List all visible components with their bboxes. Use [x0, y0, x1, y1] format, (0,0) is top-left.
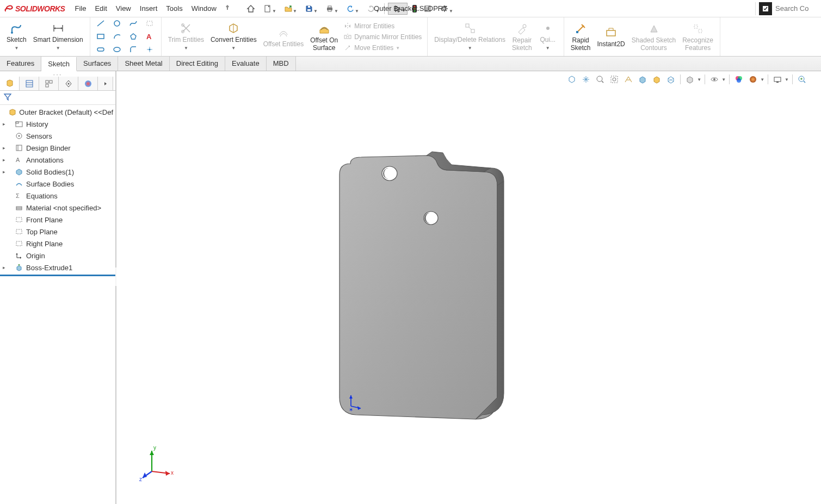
- edit-appearance-icon[interactable]: [684, 73, 696, 85]
- tab-evaluate[interactable]: Evaluate: [225, 57, 267, 71]
- tree-sensors[interactable]: Sensors: [0, 130, 115, 142]
- panel-grip[interactable]: [0, 71, 115, 77]
- apply-scene-icon[interactable]: [708, 73, 720, 85]
- plane-entity-icon[interactable]: [143, 18, 157, 29]
- tree-boss-extrude[interactable]: ▸Boss-Extrude1: [0, 262, 115, 273]
- search-input[interactable]: [772, 2, 821, 15]
- offset-entities-button[interactable]: Offset Entities: [260, 25, 307, 49]
- repair-sketch-button[interactable]: RepairSketch: [509, 21, 535, 53]
- tree-annotations[interactable]: ▸AAnnotations: [0, 154, 115, 166]
- rapid-sketch-button[interactable]: RapidSketch: [567, 21, 594, 53]
- undo-icon[interactable]: ▼: [341, 3, 360, 15]
- tree-rollback-bar[interactable]: [0, 275, 115, 276]
- tree-history[interactable]: ▸History: [0, 118, 115, 130]
- view-orientation-icon[interactable]: [637, 73, 649, 85]
- tab-mbd[interactable]: MBD: [267, 57, 296, 71]
- command-search-icon[interactable]: [759, 2, 772, 15]
- svg-rect-44: [46, 80, 48, 83]
- mirror-entities-button[interactable]: Mirror Entities: [341, 21, 424, 32]
- spline-icon[interactable]: [126, 18, 140, 29]
- tree-right-plane[interactable]: Right Plane: [0, 238, 115, 250]
- menu-view[interactable]: View: [112, 2, 135, 15]
- new-icon[interactable]: ▼: [258, 3, 277, 15]
- zoom-to-fit-icon[interactable]: [566, 73, 578, 85]
- tab-sketch[interactable]: Sketch: [41, 57, 77, 71]
- view-triad[interactable]: y x z: [138, 444, 176, 482]
- graphics-area[interactable]: ▼ ▼ ▼ ▼: [116, 71, 821, 504]
- circle-icon[interactable]: [110, 18, 124, 29]
- svg-point-47: [67, 83, 69, 84]
- dynamic-mirror-button[interactable]: Dynamic Mirror Entities: [341, 32, 424, 42]
- arc-icon[interactable]: [110, 31, 124, 42]
- tree-root[interactable]: Outer Bracket (Default) <<Def: [0, 106, 115, 118]
- menu-insert[interactable]: Insert: [135, 2, 162, 15]
- tab-sheet-metal[interactable]: Sheet Metal: [118, 57, 169, 71]
- appearance-sphere-icon[interactable]: [747, 73, 759, 85]
- fm-tab-display-icon[interactable]: [78, 77, 98, 90]
- solid-body-icon: [14, 167, 24, 177]
- tree-surface-bodies[interactable]: Surface Bodies: [0, 178, 115, 190]
- tab-features[interactable]: Features: [0, 57, 41, 71]
- tree-design-binder[interactable]: ▸Design Binder: [0, 142, 115, 154]
- instant2d-button[interactable]: Instant2D: [594, 25, 628, 49]
- svg-line-17: [97, 21, 104, 26]
- filter-icon[interactable]: [3, 92, 12, 103]
- svg-rect-50: [16, 122, 18, 123]
- sketch-button[interactable]: Sketch▼: [3, 21, 30, 53]
- display-style-icon[interactable]: [651, 73, 663, 85]
- move-entities-button[interactable]: Move Entities▼: [341, 42, 424, 53]
- menu-window[interactable]: Window: [187, 2, 221, 15]
- fm-tab-dimxpert-icon[interactable]: [59, 77, 78, 90]
- convert-entities-button[interactable]: Convert Entities▼: [207, 21, 260, 53]
- fm-tab-tree-icon[interactable]: [0, 77, 20, 90]
- svg-rect-32: [466, 24, 469, 27]
- quick-snaps-button[interactable]: Qui...▼: [535, 21, 560, 53]
- tree-front-plane[interactable]: Front Plane: [0, 214, 115, 226]
- offset-on-surface-button[interactable]: Offset On Surface: [307, 21, 341, 53]
- smart-dimension-button[interactable]: Smart Dimension▼: [30, 21, 87, 53]
- menu-edit[interactable]: Edit: [90, 2, 111, 15]
- svg-rect-40: [699, 29, 702, 33]
- 3d-views-icon[interactable]: [796, 73, 808, 85]
- display-delete-relations-button[interactable]: Display/Delete Relations▼: [431, 21, 509, 53]
- shaded-sketch-contours-button[interactable]: Shaded SketchContours: [628, 21, 679, 53]
- ellipse-icon[interactable]: [110, 44, 124, 55]
- tree-top-plane[interactable]: Top Plane: [0, 226, 115, 238]
- dynamic-annotations-icon[interactable]: [622, 73, 634, 85]
- appearance-rgb-icon[interactable]: [733, 73, 745, 85]
- pin-icon[interactable]: [221, 4, 234, 13]
- fm-tab-config-icon[interactable]: [39, 77, 59, 90]
- print-icon[interactable]: ▼: [320, 3, 339, 15]
- svg-point-24: [114, 47, 120, 52]
- tree-origin[interactable]: Origin: [0, 250, 115, 262]
- trim-entities-button[interactable]: Trim Entities▼: [165, 21, 207, 53]
- line-icon[interactable]: [94, 18, 108, 29]
- view-settings-icon[interactable]: [771, 73, 783, 85]
- fillet-icon[interactable]: [126, 44, 140, 55]
- svg-rect-5: [328, 10, 331, 11]
- point-icon[interactable]: [143, 44, 157, 55]
- open-icon[interactable]: ▼: [279, 3, 298, 15]
- home-icon[interactable]: [245, 3, 257, 15]
- fm-tab-more-icon[interactable]: [98, 77, 113, 90]
- svg-point-79: [424, 211, 438, 225]
- menu-file[interactable]: File: [70, 2, 90, 15]
- menu-tools[interactable]: Tools: [162, 2, 187, 15]
- slot-icon[interactable]: [94, 44, 108, 55]
- tree-material[interactable]: Material <not specified>: [0, 202, 115, 214]
- rectangle-icon[interactable]: [94, 31, 108, 42]
- text-icon[interactable]: A: [143, 31, 157, 42]
- zoom-to-area-icon[interactable]: [580, 73, 592, 85]
- section-view-icon[interactable]: [608, 73, 620, 85]
- tree-equations[interactable]: ΣEquations: [0, 190, 115, 202]
- save-icon[interactable]: ▼: [299, 3, 319, 15]
- recognize-features-button[interactable]: RecognizeFeatures: [679, 21, 717, 53]
- previous-view-icon[interactable]: [594, 73, 606, 85]
- part-3d-view[interactable]: [334, 147, 508, 430]
- tree-solid-bodies[interactable]: ▸Solid Bodies(1): [0, 166, 115, 178]
- polygon-icon[interactable]: [126, 31, 140, 42]
- hide-show-icon[interactable]: [665, 73, 677, 85]
- fm-tab-property-icon[interactable]: [20, 77, 39, 90]
- tab-surfaces[interactable]: Surfaces: [77, 57, 118, 71]
- tab-direct-editing[interactable]: Direct Editing: [170, 57, 225, 71]
